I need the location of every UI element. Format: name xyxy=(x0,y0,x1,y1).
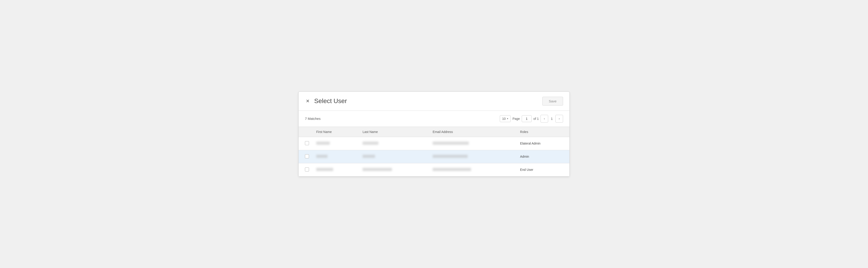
blurred-first-name xyxy=(316,168,333,171)
role-value: Admin xyxy=(520,155,529,158)
table-row: Elateral Admin xyxy=(299,137,569,150)
prev-page-button[interactable]: ‹ xyxy=(540,115,548,123)
toolbar: 7 Matches 10 ▾ Page of 1 ‹ 1 › xyxy=(299,111,569,127)
per-page-value: 10 xyxy=(502,117,506,120)
row-checkbox[interactable] xyxy=(305,154,309,158)
next-page-button[interactable]: › xyxy=(555,115,563,123)
blurred-email xyxy=(433,141,469,145)
page-input[interactable] xyxy=(522,115,532,122)
chevron-left-icon: ‹ xyxy=(544,117,545,120)
row-email xyxy=(429,163,517,176)
chevron-right-icon: › xyxy=(559,117,560,120)
blurred-email xyxy=(433,155,468,158)
blurred-last-name xyxy=(363,155,375,158)
row-role: Admin xyxy=(517,150,569,163)
chevron-down-icon: ▾ xyxy=(507,117,508,120)
save-button[interactable]: Save xyxy=(542,97,563,106)
page-of: of 1 xyxy=(533,117,539,120)
table-row: End User xyxy=(299,163,569,176)
role-value: Elateral Admin xyxy=(520,141,540,145)
blurred-last-name xyxy=(363,168,392,171)
select-user-dialog: ✕ Select User Save 7 Matches 10 ▾ Page o… xyxy=(298,91,569,177)
row-last-name xyxy=(359,137,429,150)
matches-count: 7 Matches xyxy=(305,117,320,120)
col-header-checkbox xyxy=(299,127,313,137)
pagination: 10 ▾ Page of 1 ‹ 1 › xyxy=(500,115,563,123)
dialog-title: Select User xyxy=(314,98,347,105)
dialog-header: ✕ Select User Save xyxy=(299,92,569,111)
row-checkbox[interactable] xyxy=(305,141,309,145)
row-first-name xyxy=(313,137,359,150)
col-header-roles: Roles xyxy=(517,127,569,137)
row-first-name xyxy=(313,150,359,163)
blurred-email xyxy=(433,168,471,171)
close-icon: ✕ xyxy=(306,99,310,103)
col-header-email: Email Address xyxy=(429,127,517,137)
users-table: First Name Last Name Email Address Roles xyxy=(299,127,569,177)
page-label: Page xyxy=(513,117,520,120)
role-value: End User xyxy=(520,168,533,171)
row-email xyxy=(429,150,517,163)
per-page-select[interactable]: 10 ▾ xyxy=(500,115,511,122)
row-role: End User xyxy=(517,163,569,176)
row-last-name xyxy=(359,150,429,163)
row-email xyxy=(429,137,517,150)
close-button[interactable]: ✕ xyxy=(305,98,311,104)
header-left: ✕ Select User xyxy=(305,98,347,105)
table-header-row: First Name Last Name Email Address Roles xyxy=(299,127,569,137)
row-checkbox-cell xyxy=(299,163,313,176)
blurred-first-name xyxy=(316,155,328,158)
row-checkbox-cell xyxy=(299,150,313,163)
blurred-last-name xyxy=(363,141,378,145)
row-checkbox[interactable] xyxy=(305,167,309,171)
row-first-name xyxy=(313,163,359,176)
col-header-last-name: Last Name xyxy=(359,127,429,137)
page-number: 1 xyxy=(550,117,554,120)
row-checkbox-cell xyxy=(299,137,313,150)
table-row: Admin xyxy=(299,150,569,163)
blurred-first-name xyxy=(316,141,330,145)
col-header-first-name: First Name xyxy=(313,127,359,137)
row-role: Elateral Admin xyxy=(517,137,569,150)
row-last-name xyxy=(359,163,429,176)
